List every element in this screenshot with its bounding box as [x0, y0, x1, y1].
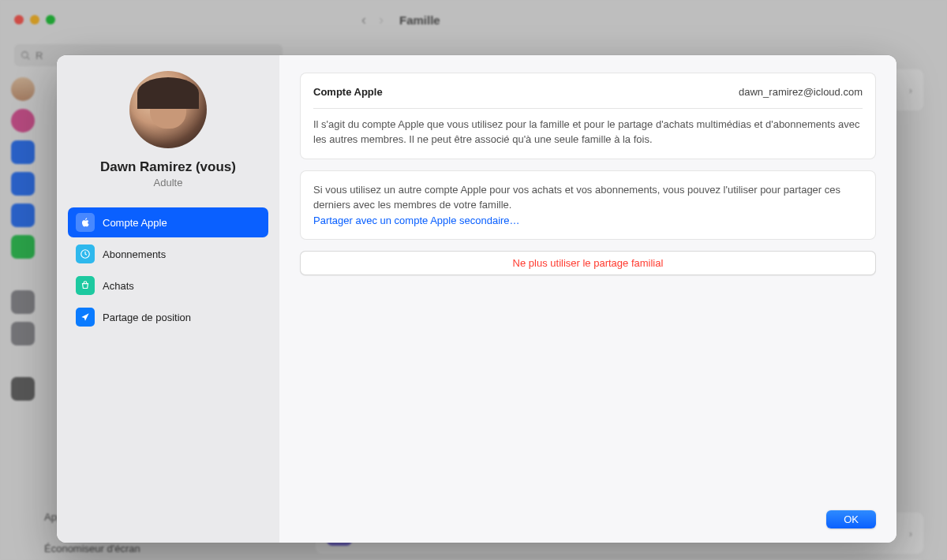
user-avatar — [129, 71, 207, 148]
share-secondary-link[interactable]: Partager avec un compte Apple secondaire… — [313, 213, 863, 229]
location-icon — [76, 308, 95, 327]
nav-list: Compte Apple Abonnements Achats Partage … — [68, 207, 268, 332]
modal-main: Compte Apple dawn_ramirez@icloud.com Il … — [279, 55, 896, 543]
nav-label: Compte Apple — [103, 217, 167, 229]
user-role: Adulte — [154, 177, 183, 189]
stop-family-sharing-button[interactable]: Ne plus utiliser le partage familial — [300, 251, 876, 275]
family-member-modal: Dawn Ramirez (vous) Adulte Compte Apple … — [57, 55, 896, 543]
apple-account-card: Compte Apple dawn_ramirez@icloud.com Il … — [300, 73, 876, 159]
nav-label: Abonnements — [103, 248, 166, 260]
modal-footer: OK — [300, 510, 876, 528]
nav-location-sharing[interactable]: Partage de position — [68, 302, 268, 332]
purchases-icon — [76, 276, 95, 295]
nav-subscriptions[interactable]: Abonnements — [68, 239, 268, 269]
nav-purchases[interactable]: Achats — [68, 271, 268, 301]
secondary-text: Si vous utilisez un autre compte Apple p… — [313, 182, 863, 213]
nav-label: Partage de position — [103, 312, 191, 323]
account-email: dawn_ramirez@icloud.com — [739, 84, 863, 100]
nav-label: Achats — [103, 280, 134, 292]
card-title: Compte Apple — [313, 84, 383, 100]
apple-icon — [76, 213, 95, 232]
subscriptions-icon — [76, 245, 95, 263]
card-description: Il s'agit du compte Apple que vous utili… — [313, 117, 863, 147]
modal-sidebar: Dawn Ramirez (vous) Adulte Compte Apple … — [57, 55, 279, 543]
secondary-account-card: Si vous utilisez un autre compte Apple p… — [300, 170, 876, 241]
card-header: Compte Apple dawn_ramirez@icloud.com — [313, 84, 863, 109]
nav-apple-account[interactable]: Compte Apple — [68, 207, 268, 237]
user-name: Dawn Ramirez (vous) — [100, 159, 236, 175]
ok-button[interactable]: OK — [826, 510, 876, 528]
